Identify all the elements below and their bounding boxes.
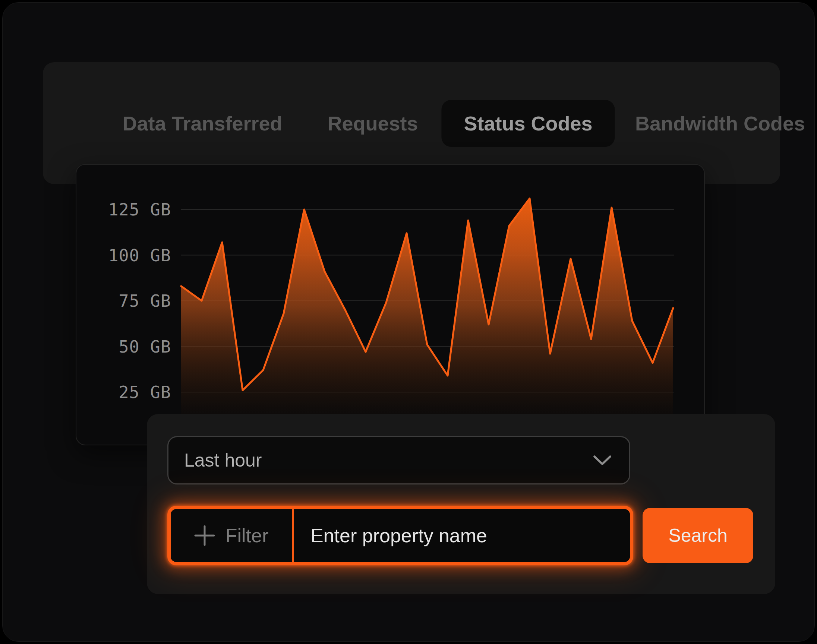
- time-range-select[interactable]: Last hour: [167, 436, 630, 485]
- property-name-input[interactable]: [294, 509, 630, 562]
- tab-status-codes[interactable]: Status Codes: [441, 100, 615, 147]
- chart-card: 125 GB100 GB75 GB50 GB25 GB: [76, 164, 705, 445]
- chart-area-fill: [181, 199, 673, 438]
- app-window: Data Transferred Requests Status Codes B…: [0, 0, 817, 644]
- plus-icon: [194, 525, 215, 546]
- controls-panel: Last hour Filter Search: [147, 414, 775, 594]
- filter-button-label: Filter: [225, 524, 269, 547]
- search-button[interactable]: Search: [642, 508, 753, 563]
- app-surface: Data Transferred Requests Status Codes B…: [2, 2, 815, 642]
- time-range-value: Last hour: [184, 449, 262, 471]
- tab-requests[interactable]: Requests: [327, 112, 418, 135]
- area-chart-svg: [77, 165, 705, 446]
- chevron-down-icon: [593, 455, 611, 466]
- tab-status-codes-label: Status Codes: [464, 112, 592, 135]
- tab-data-transferred[interactable]: Data Transferred: [122, 112, 282, 135]
- filter-row: Filter: [167, 506, 633, 565]
- add-filter-button[interactable]: Filter: [171, 509, 292, 562]
- tab-bandwidth-codes[interactable]: Bandwidth Codes: [635, 112, 805, 135]
